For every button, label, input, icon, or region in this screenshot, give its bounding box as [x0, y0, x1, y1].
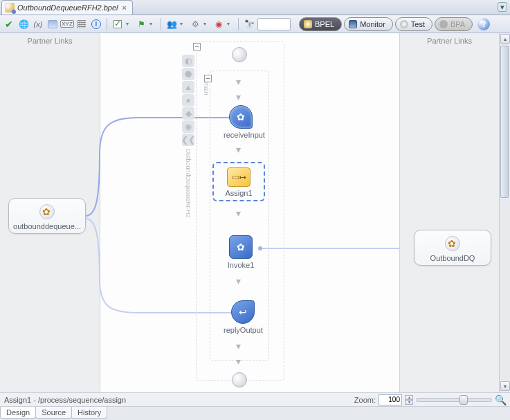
- mode-monitor-button[interactable]: Monitor: [344, 17, 393, 31]
- palette-item-6[interactable]: ◉: [182, 120, 194, 133]
- tab-source[interactable]: Source: [35, 407, 72, 419]
- scroll-up-button[interactable]: ▴: [500, 34, 510, 44]
- variable-icon: (x): [34, 20, 43, 28]
- mode-bpa-label: BPA: [450, 20, 465, 28]
- people-button[interactable]: 👥: [165, 18, 178, 30]
- zoom-input[interactable]: [379, 394, 402, 405]
- toolbar-separator: [238, 18, 239, 30]
- gears-button[interactable]: ⚙: [189, 18, 201, 30]
- arrow-icon: ▾: [236, 356, 241, 367]
- zoom-label: Zoom:: [354, 396, 376, 404]
- scroll-thumb[interactable]: [500, 46, 509, 198]
- process-end[interactable]: [232, 372, 247, 387]
- zoom-reset-button[interactable]: 🔍: [495, 394, 506, 405]
- dropdown-icon[interactable]: ▾: [149, 21, 156, 27]
- arrow-icon: ▾: [236, 91, 241, 102]
- partner-links-header-left: Partner Links: [0, 33, 100, 48]
- zoom-spinner[interactable]: ▴▾: [405, 395, 413, 405]
- scroll-down-button[interactable]: ▾: [500, 381, 510, 391]
- arrow-icon: ▾: [236, 76, 241, 87]
- palette-item-4[interactable]: ●: [182, 94, 194, 107]
- partner-link-outbounddequeue[interactable]: outbounddequeue...: [8, 198, 86, 234]
- editor-tab-bar: OutboundDequeueRFH2.bpel × ▾: [0, 0, 510, 15]
- find-button[interactable]: 🔭: [243, 18, 255, 30]
- people-icon: 👥: [167, 19, 177, 29]
- dropdown-icon[interactable]: ▾: [180, 21, 187, 27]
- arrow-icon: ▾: [236, 340, 241, 351]
- process-start[interactable]: [232, 47, 247, 62]
- tab-list-dropdown[interactable]: ▾: [498, 2, 507, 12]
- sensor-button[interactable]: ◉: [212, 18, 225, 30]
- flag-icon: ⚑: [138, 19, 145, 29]
- reply-activity[interactable]: ↩ replyOutput: [224, 300, 262, 334]
- mode-bpa-button: BPA: [435, 17, 473, 31]
- assign-icon: ▭↦: [227, 167, 251, 187]
- editor-main: Partner Links outbounddequeue... – – mai…: [0, 33, 510, 392]
- palette-item-3[interactable]: ▲: [182, 81, 194, 93]
- zoom-slider-thumb[interactable]: [459, 395, 468, 405]
- xyz-button[interactable]: XYZ: [61, 18, 73, 30]
- palette-item-5[interactable]: ◆: [182, 107, 194, 120]
- palette-item-1[interactable]: ◐: [182, 55, 194, 67]
- breadcrumb: Assign1 - /process/sequence/assign: [4, 396, 126, 404]
- mode-test-button[interactable]: Test: [395, 17, 432, 31]
- mode-monitor-label: Monitor: [360, 20, 385, 28]
- xyz-icon: XYZ: [60, 20, 74, 28]
- gear-icon: [445, 236, 460, 251]
- spinner-up-icon[interactable]: ▴: [405, 395, 413, 400]
- grid-button[interactable]: [75, 18, 88, 30]
- zoom-controls: Zoom: ▴▾ 🔍: [354, 394, 506, 405]
- activity-palette: ◐ ⬣ ▲ ● ◆ ◉ ❮❮ OutboundDequeueRFH2: [182, 54, 197, 218]
- check-toggle-button[interactable]: [111, 18, 124, 30]
- invoke-icon: ✿: [229, 235, 253, 259]
- checkbox-icon: [113, 20, 122, 28]
- invoke-label: Invoke1: [224, 261, 258, 269]
- toolbar-separator: [161, 18, 161, 30]
- find-input[interactable]: [257, 18, 291, 30]
- bpel-canvas[interactable]: – – main ◐ ⬣ ▲ ● ◆ ◉ ❮❮ OutboundDequeueR…: [100, 33, 399, 392]
- zoom-slider[interactable]: [416, 398, 492, 402]
- info-button[interactable]: i: [90, 18, 102, 30]
- palette-item-7[interactable]: ❮❮: [182, 134, 194, 146]
- history-button[interactable]: [46, 18, 59, 30]
- help-button[interactable]: ?: [477, 18, 490, 30]
- tab-history[interactable]: History: [71, 407, 107, 419]
- palette-item-2[interactable]: ⬣: [182, 68, 194, 80]
- left-partner-links-pane: Partner Links outbounddequeue...: [0, 33, 100, 392]
- flag-button[interactable]: ⚑: [135, 18, 147, 30]
- sensor-icon: ◉: [215, 19, 222, 29]
- validate-button[interactable]: ✔: [3, 18, 15, 30]
- mode-bpel-label: BPEL: [315, 20, 334, 28]
- gears-icon: ⚙: [192, 19, 199, 29]
- dropdown-icon[interactable]: ▾: [227, 21, 234, 27]
- assign-activity[interactable]: ▭↦ Assign1: [212, 162, 265, 201]
- variables-button[interactable]: (x): [32, 18, 44, 30]
- partner-link-outbounddq[interactable]: OutboundDQ: [414, 230, 491, 266]
- main-sequence-label: main: [203, 82, 210, 95]
- dropdown-icon[interactable]: ▾: [203, 21, 210, 27]
- test-mode-icon: [400, 20, 408, 28]
- dropdown-icon[interactable]: ▾: [126, 21, 133, 27]
- invoke-activity[interactable]: ✿ Invoke1: [224, 235, 258, 269]
- bpel-mode-icon: [304, 20, 312, 28]
- file-tab[interactable]: OutboundDequeueRFH2.bpel ×: [1, 0, 133, 15]
- view-tabs: Design Source History: [0, 406, 510, 420]
- palette-label: OutboundDequeueRFH2: [185, 149, 192, 218]
- check-icon: ✔: [5, 19, 13, 30]
- globe-icon: 🌐: [19, 19, 29, 29]
- status-bar: Assign1 - /process/sequence/assign Zoom:…: [0, 392, 510, 406]
- partner-link-label: OutboundDQ: [417, 254, 488, 262]
- receive-activity[interactable]: ✿ receiveInput: [224, 105, 258, 139]
- arrow-icon: ▾: [236, 208, 241, 219]
- globe-button[interactable]: 🌐: [17, 18, 30, 30]
- bpel-file-icon: [5, 3, 15, 12]
- vertical-scrollbar[interactable]: ▴ ▾: [499, 33, 510, 392]
- spinner-down-icon[interactable]: ▾: [405, 400, 413, 405]
- toolbar-separator: [107, 18, 107, 30]
- binoculars-icon: 🔭: [244, 19, 255, 29]
- reply-icon: ↩: [231, 300, 255, 324]
- tab-design[interactable]: Design: [0, 407, 36, 419]
- arrow-icon: ▾: [236, 144, 241, 155]
- close-tab-icon[interactable]: ×: [121, 4, 128, 11]
- mode-bpel-button[interactable]: BPEL: [299, 17, 342, 31]
